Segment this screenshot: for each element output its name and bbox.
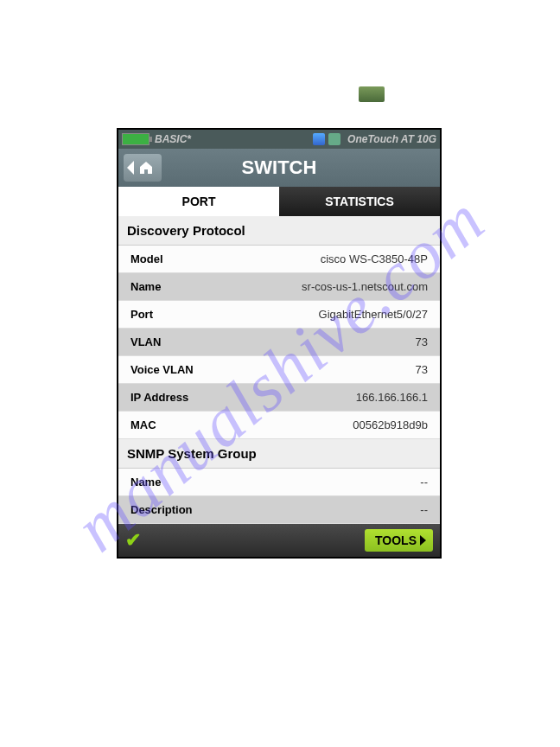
status-bar: BASIC* OneTouch AT 10G [118, 130, 440, 149]
row-port: Port GigabitEthernet5/0/27 [118, 301, 440, 329]
link-icon [313, 133, 325, 145]
row-value: 73 [416, 363, 428, 376]
row-value: cisco WS-C3850-48P [321, 252, 428, 265]
device-thumbnail-icon [359, 86, 385, 102]
tab-port[interactable]: PORT [118, 187, 279, 216]
row-ip-address: IP Address 166.166.166.1 [118, 384, 440, 412]
device-name: OneTouch AT 10G [347, 133, 436, 145]
tools-label: TOOLS [375, 533, 417, 547]
row-label: Port [130, 308, 319, 321]
row-label: Voice VLAN [130, 363, 416, 376]
home-icon [138, 161, 154, 175]
home-button[interactable] [124, 154, 162, 182]
row-vlan: VLAN 73 [118, 329, 440, 356]
tab-statistics[interactable]: STATISTICS [279, 187, 440, 216]
tabs: PORT STATISTICS [118, 187, 440, 216]
footer-bar: ✔ TOOLS [118, 524, 440, 557]
section-snmp-header: SNMP System Group [118, 439, 440, 469]
status-icons [313, 133, 340, 145]
row-voice-vlan: Voice VLAN 73 [118, 356, 440, 384]
row-value: 166.166.166.1 [356, 391, 428, 404]
section-discovery-header: Discovery Protocol [118, 216, 440, 246]
content-area: Discovery Protocol Model cisco WS-C3850-… [118, 216, 440, 524]
row-name: Name sr-cos-us-1.netscout.com [118, 273, 440, 301]
title-bar: SWITCH [118, 149, 440, 187]
row-snmp-description: Description -- [118, 496, 440, 524]
cloud-icon [328, 133, 340, 145]
row-value: 73 [416, 335, 428, 348]
row-value: sr-cos-us-1.netscout.com [302, 280, 428, 293]
tools-button[interactable]: TOOLS [365, 529, 433, 552]
row-label: Description [130, 503, 420, 516]
checkmark-icon: ✔ [125, 529, 141, 552]
row-label: Name [130, 280, 302, 293]
row-label: Model [130, 252, 321, 265]
page-title: SWITCH [242, 156, 317, 179]
row-value: 00562b918d9b [353, 418, 428, 431]
device-screen: BASIC* OneTouch AT 10G SWITCH PORT STATI… [117, 128, 442, 559]
profile-label: BASIC* [155, 133, 313, 145]
row-label: MAC [130, 418, 353, 431]
row-model: Model cisco WS-C3850-48P [118, 246, 440, 273]
row-label: VLAN [130, 335, 416, 348]
row-snmp-name: Name -- [118, 469, 440, 496]
row-value: -- [420, 503, 428, 516]
row-label: IP Address [130, 391, 356, 404]
battery-icon [122, 133, 150, 145]
row-value: GigabitEthernet5/0/27 [319, 308, 428, 321]
row-mac: MAC 00562b918d9b [118, 412, 440, 439]
row-value: -- [420, 476, 428, 488]
row-label: Name [130, 476, 420, 488]
